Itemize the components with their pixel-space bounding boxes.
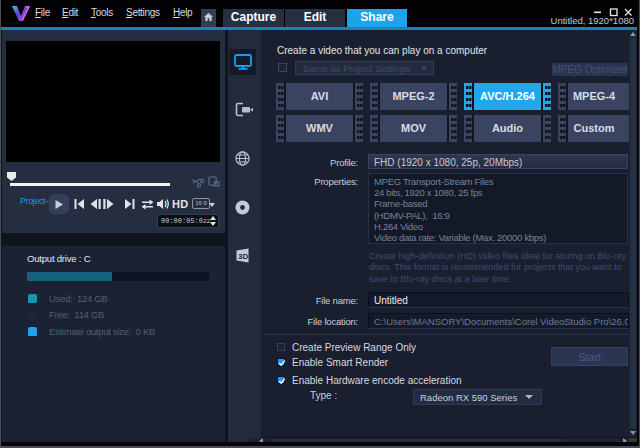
svg-text:3D: 3D: [238, 252, 248, 261]
